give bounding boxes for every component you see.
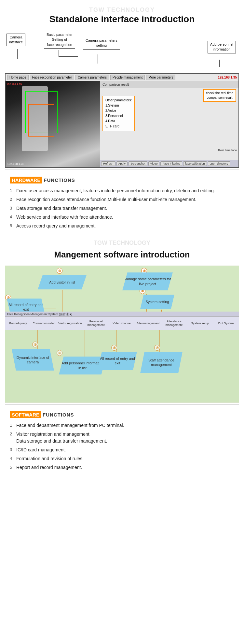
list-text-2: Face recognition access attendance funct…	[16, 196, 234, 203]
comparison-header: Comparison result	[100, 81, 238, 88]
sw-list-num-4: 4	[10, 455, 16, 462]
btn-video[interactable]: Video	[148, 161, 160, 166]
btn-screenshot[interactable]: Screenshot	[129, 161, 147, 166]
page-wrapper: TGW TECHNOLOGY Standalone interface intr…	[0, 0, 244, 479]
tab-face-recog[interactable]: Face recognition parameter	[30, 75, 74, 80]
btn-open-dir[interactable]: open directory	[208, 161, 230, 166]
shape-staff-attendance: Staff attendance management	[140, 352, 183, 373]
shape-dynamic-camera: Dynamic interface of camera	[12, 349, 54, 371]
software-highlight: SOFTWARE	[10, 411, 41, 418]
watermark-top: TGW TECHNOLOGY	[10, 7, 234, 13]
sw-list-num-2: 2	[10, 431, 16, 445]
sw-list-item: 5 Report and record management.	[10, 464, 234, 471]
overlay-text: 192.168.1.35	[7, 83, 22, 86]
hardware-header: HARDWARE FUNCTIONS	[10, 177, 234, 183]
mgmt-tab-channel[interactable]: Video channel	[109, 317, 135, 330]
sw-list-text-3: IC/ID card management.	[16, 446, 234, 453]
realtime-callout: check the real timecomparison result	[203, 89, 236, 102]
face-box-orange	[28, 104, 54, 137]
other-params-box: Other parameters:1.System2.Voice3.Person…	[102, 96, 135, 131]
annotation-area: Camera interface Basic parameter Setting…	[5, 31, 239, 73]
list-item: 3 Data storage and data transfer managem…	[10, 205, 234, 212]
camera-feed: 192.168.1.35 192.168.1.35	[6, 81, 100, 167]
mgmt-title-text: Face Recognition Management System (面管理 …	[7, 312, 72, 316]
section2: TGW TECHNOLOGY Mangement software introd…	[0, 236, 244, 266]
btn-face-filter[interactable]: Face Filtering	[160, 161, 182, 166]
list-text-4: Web service and interface with face atte…	[16, 214, 234, 221]
mgmt-interface: Record query Connection video Visitor re…	[5, 316, 239, 330]
mgmt-tab-video[interactable]: Connection video	[31, 317, 57, 330]
sw-list-text-5: Report and record management.	[16, 464, 234, 471]
screenshot-container: Home page Face recognition parameter Cam…	[5, 73, 239, 168]
sw-list-item: 2 Visitor registration and management Da…	[10, 431, 234, 445]
section1-title: Standalone interface introduction	[10, 14, 234, 24]
software-functions-list: 1 Face and department management from PC…	[10, 422, 234, 471]
divider2	[5, 404, 239, 405]
mgmt-tab-system[interactable]: System setup	[187, 317, 213, 330]
list-num-2: 2	[10, 196, 16, 203]
list-num-1: 1	[10, 187, 16, 194]
screenshot-body: 192.168.1.35 192.168.1.35 Comparison res…	[6, 81, 238, 167]
tab-people[interactable]: People management	[110, 75, 145, 80]
camera-interface-callout: Camera interface	[7, 34, 25, 46]
ip-overlay-bottom: 192.168.1.35	[7, 162, 24, 166]
list-item: 5 Access record query and management.	[10, 223, 234, 229]
list-item: 1 Fixed user access management, features…	[10, 187, 234, 194]
mgmt-titlebar: Face Recognition Management System (面管理 …	[5, 312, 239, 317]
comparison-body: check the real timecomparison result Oth…	[100, 88, 238, 160]
list-num-5: 5	[10, 223, 16, 229]
arrow-cam-params	[98, 54, 98, 64]
mgmt-tab-exit[interactable]: Exit System	[213, 317, 239, 330]
shape-add-visitor: Add visitor in list	[38, 275, 87, 289]
sw-list-text-4: Formulation and revision of rules.	[16, 455, 234, 462]
arrow-basic	[59, 50, 59, 57]
sw-list-text-1: Face and department management from PC t…	[16, 422, 234, 429]
list-text-3: Data storage and data transfer managemen…	[16, 205, 234, 212]
add-personnel-callout: Add personnel information	[208, 41, 236, 53]
list-text-1: Fixed user access management, features i…	[16, 187, 234, 194]
hardware-functions-section: HARDWARE FUNCTIONS 1 Fixed user access m…	[0, 172, 244, 236]
arrow-basic-h	[59, 56, 78, 57]
hardware-highlight: HARDWARE	[10, 177, 42, 183]
arrow-add-pers	[219, 60, 220, 67]
sw-list-item: 3 IC/ID card management.	[10, 446, 234, 453]
shape-manage-params: Manage some parameters for live project	[122, 272, 173, 290]
tab-home[interactable]: Home page	[7, 75, 29, 80]
divider1	[5, 169, 239, 170]
mgmt-tab-personnel[interactable]: Personnel management	[83, 317, 109, 330]
list-item: 2 Face recognition access attendance fun…	[10, 196, 234, 203]
mgmt-tab-record[interactable]: Record query	[5, 317, 31, 330]
section1: TGW TECHNOLOGY Standalone interface intr…	[0, 0, 244, 31]
software-functions-section: SOFTWARE FUNCTIONS 1 Face and department…	[0, 406, 244, 479]
sw-list-num-3: 3	[10, 446, 16, 453]
software-rest: FUNCTIONS	[43, 412, 74, 417]
hardware-rest: FUNCTIONS	[44, 177, 75, 183]
shape-system-setting: System setting	[140, 295, 174, 309]
screenshot-footer: Refresh Apply Screenshot Video Face Filt…	[100, 160, 238, 167]
btn-apply[interactable]: Apply	[116, 161, 128, 166]
list-num-4: 4	[10, 214, 16, 221]
software-header: SOFTWARE FUNCTIONS	[10, 411, 234, 418]
hardware-functions-list: 1 Fixed user access management, features…	[10, 187, 234, 229]
sw-list-text-2: Visitor registration and management Data…	[16, 431, 234, 445]
realtime-label: Real time face	[218, 149, 237, 152]
list-num-3: 3	[10, 205, 16, 212]
screenshot-titlebar: Home page Face recognition parameter Cam…	[6, 74, 238, 81]
list-item: 4 Web service and interface with face at…	[10, 214, 234, 221]
mgmt-tab-site[interactable]: Site management	[135, 317, 161, 330]
diagram-area: ③ ⑥ ① ⑧ ② ④ ⑤ ⑦ Add visitor in list Mana…	[5, 266, 239, 402]
watermark2: TGW TECHNOLOGY	[10, 240, 234, 246]
basic-param-callout: Basic parameter Setting of face recognit…	[44, 31, 75, 49]
mgmt-tab-visitor[interactable]: Visitor registration	[57, 317, 83, 330]
arrow-camera	[17, 49, 18, 59]
tab-camera[interactable]: Camera parameters	[75, 75, 109, 80]
sw-list-item: 4 Formulation and revision of rules.	[10, 455, 234, 462]
btn-face-calib[interactable]: face calibration	[183, 161, 207, 166]
camera-params-callout: Camera parameters setting	[83, 37, 120, 50]
circle-3: ③	[57, 268, 62, 274]
right-panel: Comparison result check the real timecom…	[100, 81, 238, 167]
tab-more[interactable]: More parameters	[146, 75, 175, 80]
ip-display: 192.168.1.35	[218, 76, 237, 79]
btn-refresh[interactable]: Refresh	[101, 161, 115, 166]
mgmt-tab-attendance[interactable]: Attendance management	[161, 317, 187, 330]
